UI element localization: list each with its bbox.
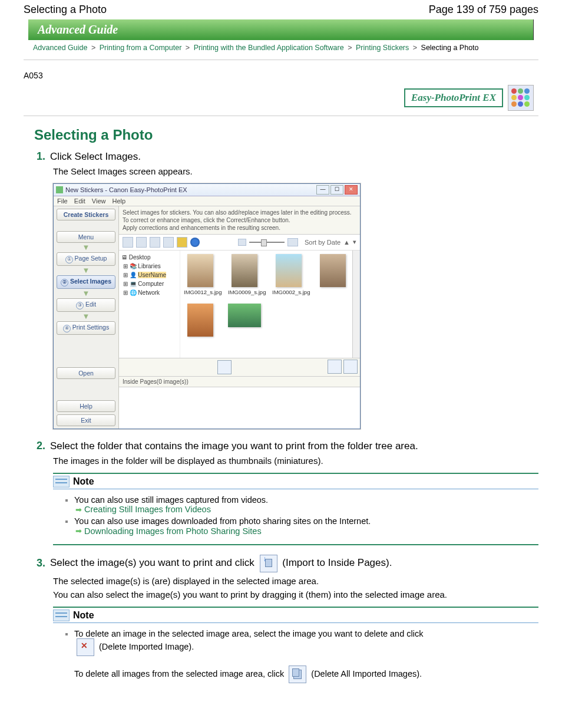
tool-icon[interactable] [150,237,160,248]
print-settings-button[interactable]: ④Print Settings [57,321,115,335]
page-setup-button[interactable]: ①Page Setup [57,252,115,266]
minimize-button[interactable]: — [316,185,329,195]
crumb-sep: > [91,44,95,52]
note2-item2-post: (Delete All Imported Images). [311,669,422,678]
correct-enhance-icon[interactable] [177,237,187,248]
note2-item1-post: (Delete Imported Image). [99,642,194,651]
menu-edit[interactable]: Edit [74,197,85,205]
import-icon[interactable] [217,360,232,374]
delete-all-icon[interactable] [343,360,358,374]
delete-imported-icon[interactable] [328,360,342,374]
create-stickers-button[interactable]: Create Stickers [57,209,115,220]
note-title: Note [73,610,94,621]
thumbnail[interactable]: IMG0009_s.jpg [228,254,260,295]
step-2-title: Select the folder that contains the imag… [50,440,418,452]
crumb-sep: > [348,44,352,52]
crumb-bundled-app[interactable]: Printing with the Bundled Application So… [194,44,344,52]
folder-tree[interactable]: 🖥 Desktop ⊞ 📚 Libraries ⊞ 👤 UserName ⊞ 💻… [119,251,180,358]
menu-help[interactable]: Help [113,197,126,205]
topic-id: A053 [24,71,538,80]
thumbnail-size-slider[interactable] [249,242,285,243]
step-2-desc: The images in the folder will be display… [53,456,538,466]
note-box: Note You can also use still images captu… [53,473,538,545]
note-title: Note [73,476,94,487]
app-screenshot: New Stickers - Canon Easy-PhotoPrint EX … [53,183,361,429]
topic-title: Selecting a Photo [34,127,538,143]
step-1-desc: The Select Images screen appears. [53,166,538,176]
sort-dropdown-icon[interactable]: ▾ [353,238,356,246]
globe-icon[interactable] [190,238,200,247]
tool-icon[interactable] [123,237,133,248]
close-button[interactable]: ✕ [345,185,358,195]
delete-imported-image-icon [77,638,94,656]
tool-icon[interactable] [163,237,174,248]
note2-item2-pre: To delete all images from the selected i… [74,669,284,678]
menu-view[interactable]: View [92,197,106,205]
step-3-title: Select the image(s) you want to print an… [50,555,392,572]
note1-item1: You can also use still images captured f… [74,495,268,505]
scrollbar[interactable] [352,251,360,358]
app-icon [56,186,63,193]
arrow-down-icon: ▼ [82,314,90,319]
delete-all-imported-icon [289,666,306,683]
arrow-down-icon: ▼ [82,268,90,273]
crumb-printing-computer[interactable]: Printing from a Computer [100,44,182,52]
guide-banner: Advanced Guide [28,19,534,40]
step-2-number: 2. [37,440,45,452]
pager-text: Page 139 of 759 pages [429,4,538,16]
step-1-number: 1. [37,150,45,163]
crumb-advanced-guide[interactable]: Advanced Guide [33,44,87,52]
thumbnail[interactable] [184,304,216,338]
brand-label: Easy-PhotoPrint EX [404,88,503,107]
brand-icon [508,85,534,111]
thumb-large-icon[interactable] [287,238,298,246]
selected-area-label: Inside Pages(0 image(s)) [119,377,360,387]
crumb-sep: > [413,44,417,52]
import-inside-pages-icon [260,555,277,572]
menu-file[interactable]: File [57,197,68,205]
link-photo-sharing[interactable]: Downloading Images from Photo Sharing Si… [75,526,262,536]
crumb-sep: > [186,44,190,52]
note1-item2: You can also use images downloaded from … [74,516,371,526]
link-still-images[interactable]: Creating Still Images from Videos [75,505,211,514]
thumbnail[interactable]: IMG0012_s.jpg [184,254,216,295]
thumbnail[interactable] [228,304,260,338]
app-menubar: File Edit View Help [54,196,360,206]
arrow-down-icon: ▼ [82,291,90,296]
thumbnail[interactable] [316,254,349,295]
selected-image-area[interactable] [119,387,360,429]
doc-title: Selecting a Photo [24,4,107,16]
app-window-title: New Stickers - Canon Easy-PhotoPrint EX [65,186,187,193]
crumb-current: Selecting a Photo [421,44,479,52]
note2-item1: To delete an image in the selected image… [74,629,423,638]
info-line-2: To correct or enhance images, click the … [123,216,356,224]
sort-asc-icon[interactable]: ▲ [343,239,350,246]
note-box: Note To delete an image in the selected … [53,607,538,691]
edit-button[interactable]: ③Edit [57,298,115,312]
maximize-button[interactable]: ☐ [330,185,343,195]
info-line-3: Apply corrections and enhancements in th… [123,224,356,232]
note-icon [53,476,70,487]
menu-button[interactable]: Menu [57,231,115,243]
thumb-small-icon[interactable] [238,239,246,246]
step-3-desc2: You can also select the image(s) you wan… [53,589,538,599]
exit-button[interactable]: Exit [57,414,115,426]
arrow-down-icon: ▼ [82,245,90,250]
info-line-1: Select images for stickers. You can also… [123,209,356,216]
note-icon [53,610,70,621]
step-3-number: 3. [37,557,45,569]
breadcrumb: Advanced Guide > Printing from a Compute… [24,40,538,60]
help-button[interactable]: Help [57,400,115,412]
open-button[interactable]: Open [57,367,115,379]
select-images-button[interactable]: ②Select Images [57,275,115,289]
tool-icon[interactable] [136,237,147,248]
step-3-desc1: The selected image(s) is (are) displayed… [53,576,538,586]
thumbnail[interactable]: IMG0002_s.jpg [272,254,305,295]
crumb-printing-stickers[interactable]: Printing Stickers [356,44,409,52]
step-1-title: Click Select Images. [50,151,141,163]
sort-label[interactable]: Sort by Date [305,239,340,246]
